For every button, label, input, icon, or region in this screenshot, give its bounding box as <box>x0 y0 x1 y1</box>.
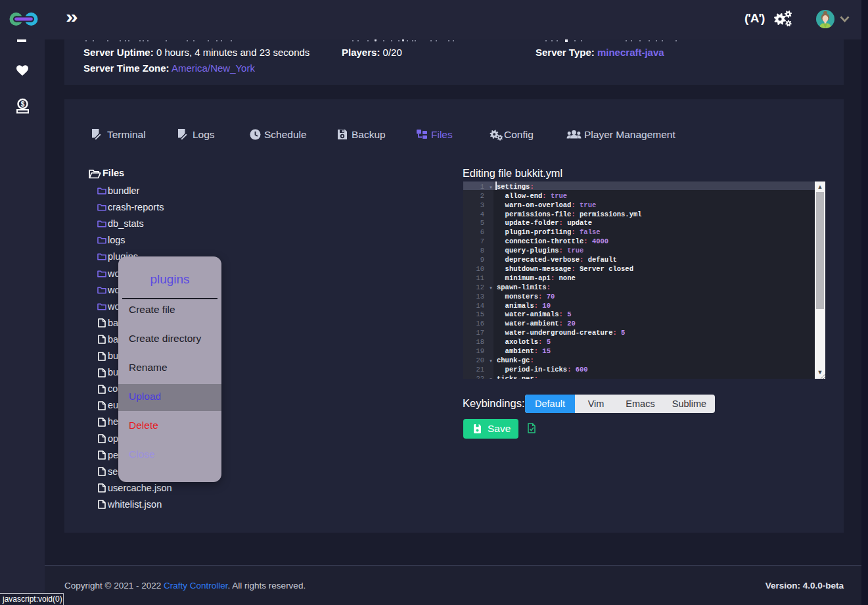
svg-text:$: $ <box>21 101 25 108</box>
